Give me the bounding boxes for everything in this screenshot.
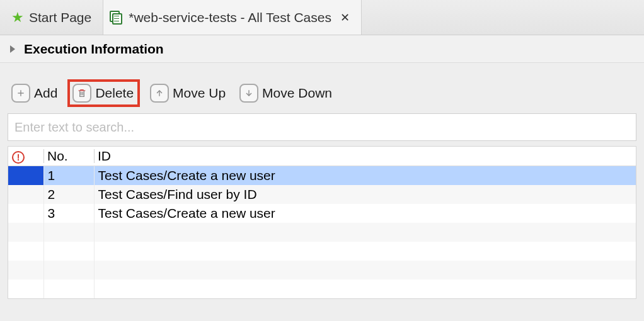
button-label: Add [34, 86, 57, 101]
tab-label: *web-service-tests - All Test Cases [129, 10, 331, 25]
cell-no: 2 [43, 185, 94, 204]
table-row[interactable]: 2Test Cases/Find user by ID [8, 185, 636, 204]
table-row-empty [8, 261, 636, 279]
tab-test-cases[interactable]: *web-service-tests - All Test Cases ✕ [103, 0, 362, 35]
table-row[interactable]: 1Test Cases/Create a new user [8, 166, 636, 185]
execution-information-header[interactable]: Execution Information [0, 35, 644, 63]
table-header-row: ! No. ID [8, 147, 636, 166]
cell-no: 3 [43, 204, 94, 223]
plus-icon [11, 84, 30, 103]
button-label: Delete [95, 86, 134, 101]
cell-warning [8, 204, 43, 223]
warning-icon: ! [12, 151, 25, 164]
cell-id: Test Cases/Create a new user [94, 166, 636, 185]
star-icon: ★ [11, 11, 24, 25]
delete-button-highlight: Delete [67, 79, 140, 107]
test-case-table: ! No. ID 1Test Cases/Create a new user2T… [8, 146, 636, 299]
toolbar-area: Add Delete Move Up [0, 63, 644, 113]
column-header-warning[interactable]: ! [8, 147, 43, 166]
close-icon[interactable]: ✕ [340, 11, 350, 25]
cell-id: Test Cases/Find user by ID [94, 185, 636, 204]
table-row-empty [8, 223, 636, 242]
panel-title: Execution Information [24, 42, 164, 57]
search-input[interactable] [8, 113, 636, 141]
search-row [0, 113, 644, 141]
toolbar: Add Delete Move Up [8, 79, 636, 107]
expand-collapse-icon [10, 45, 15, 53]
tab-label: Start Page [29, 10, 91, 25]
arrow-up-icon [150, 84, 169, 103]
tab-start-page[interactable]: ★ Start Page [5, 0, 103, 35]
add-button[interactable]: Add [8, 82, 61, 104]
table-row-empty [8, 242, 636, 261]
cell-warning [8, 185, 43, 204]
tab-bar: ★ Start Page *web-service-tests - All Te… [0, 0, 644, 35]
table-row[interactable]: 3Test Cases/Create a new user [8, 204, 636, 223]
delete-button[interactable]: Delete [72, 84, 134, 103]
cell-id: Test Cases/Create a new user [94, 204, 636, 223]
column-header-id[interactable]: ID [94, 147, 636, 166]
trash-icon [72, 84, 91, 103]
arrow-down-icon [239, 84, 258, 103]
cell-no: 1 [43, 166, 94, 185]
cell-warning [8, 166, 43, 185]
document-stack-icon [110, 11, 124, 25]
move-up-button[interactable]: Move Up [146, 82, 229, 104]
button-label: Move Up [173, 86, 226, 101]
column-header-no[interactable]: No. [43, 147, 94, 166]
move-down-button[interactable]: Move Down [236, 82, 336, 104]
button-label: Move Down [262, 86, 332, 101]
table-row-empty [8, 279, 636, 298]
